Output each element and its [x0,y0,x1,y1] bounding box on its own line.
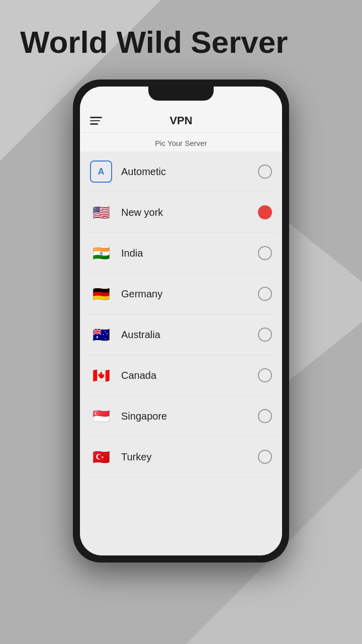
flag-new-york: 🇺🇸 [90,201,112,223]
server-name-canada: Canada [121,370,258,381]
flag-germany: 🇩🇪 [90,283,112,305]
server-item-singapore[interactable]: 🇸🇬 Singapore [85,396,277,437]
flag-australia: 🇦🇺 [90,324,112,346]
radio-germany[interactable] [258,287,272,301]
radio-turkey[interactable] [258,450,272,464]
phone-screen: VPN Pic Your Server A Autometic 🇺🇸 New y… [80,87,282,555]
radio-autometic[interactable] [258,165,272,179]
radio-australia[interactable] [258,328,272,342]
flag-canada: 🇨🇦 [90,364,112,386]
server-item-india[interactable]: 🇮🇳 India [85,233,277,274]
radio-singapore[interactable] [258,409,272,423]
server-item-autometic[interactable]: A Autometic [85,151,277,192]
menu-line-2 [90,120,100,122]
server-name-new-york: New york [121,207,258,218]
server-item-canada[interactable]: 🇨🇦 Canada [85,355,277,396]
phone-frame: VPN Pic Your Server A Autometic 🇺🇸 New y… [73,79,289,562]
app-title: VPN [169,114,192,127]
server-name-turkey: Turkey [121,451,258,463]
radio-canada[interactable] [258,368,272,382]
autometic-icon: A [90,160,112,183]
page-title: World Wild Server [0,0,362,74]
radio-india[interactable] [258,246,272,260]
server-list[interactable]: A Autometic 🇺🇸 New york 🇮🇳 India 🇩🇪 [80,151,282,555]
server-name-germany: Germany [121,288,258,300]
server-item-germany[interactable]: 🇩🇪 Germany [85,274,277,314]
menu-line-1 [90,117,102,118]
server-name-australia: Australia [121,329,258,341]
server-name-autometic: Autometic [121,166,258,178]
server-subtitle: Pic Your Server [80,133,282,151]
server-item-australia[interactable]: 🇦🇺 Australia [85,314,277,355]
flag-singapore: 🇸🇬 [90,405,112,427]
menu-button[interactable] [90,117,102,125]
menu-line-3 [90,123,98,125]
flag-turkey: 🇹🇷 [90,446,112,468]
server-name-singapore: Singapore [121,411,258,422]
radio-new-york[interactable] [258,205,272,219]
phone-notch [148,87,214,101]
server-item-turkey[interactable]: 🇹🇷 Turkey [85,437,277,477]
flag-india: 🇮🇳 [90,242,112,264]
server-name-india: India [121,248,258,259]
server-item-new-york[interactable]: 🇺🇸 New york [85,192,277,233]
